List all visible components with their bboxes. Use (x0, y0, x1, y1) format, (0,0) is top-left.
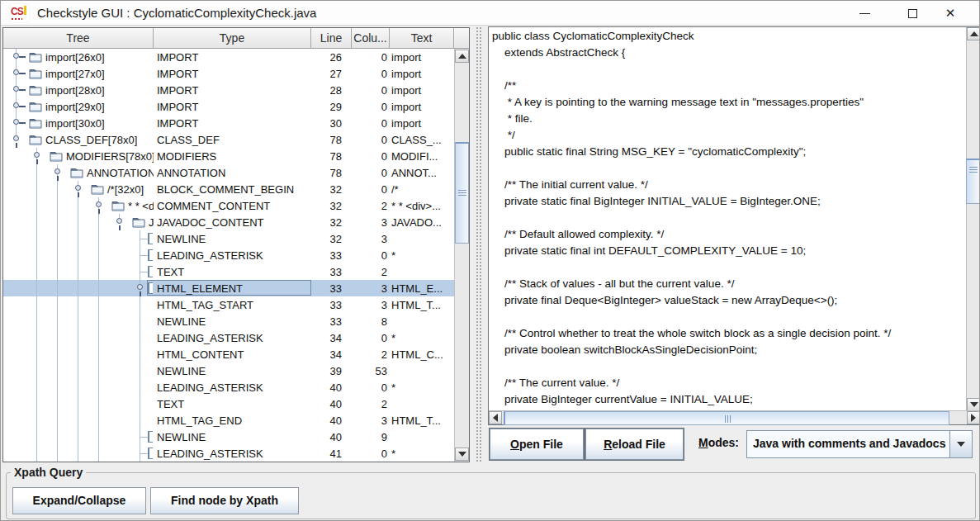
type-cell: NEWLINE (157, 365, 311, 377)
minimize-button[interactable] (845, 1, 883, 26)
tree-table-row[interactable]: MODIFIERS[78x0]MODIFIERS780MODIFI... (3, 148, 454, 164)
tree-table-row[interactable]: CLASS_DEF[78x0]CLASS_DEF780CLASS_... (3, 131, 454, 148)
tree-expand-handle[interactable] (54, 168, 60, 174)
column-header-tree[interactable]: Tree (3, 28, 154, 49)
column-cell: 0 (352, 68, 390, 80)
tree-table-row[interactable]: LEADING_ASTERISK340* (3, 329, 454, 346)
tree-table-row[interactable]: HTML_TAG_START333HTML_T... (3, 296, 454, 313)
combo-dropdown-button[interactable] (949, 431, 972, 457)
code-vertical-scrollbar[interactable] (966, 27, 980, 411)
tree-table-row[interactable]: LEADING_ASTERISK400* (3, 379, 454, 395)
code-scroll-up-button[interactable] (967, 27, 980, 40)
tree-table-row[interactable]: TEXT332 (3, 263, 454, 280)
tree-node-cell: import[27x0] (3, 65, 154, 82)
tree-table-row[interactable]: ANNOTATION[78x0]ANNOTATION780ANNOT... (3, 164, 454, 181)
tree-table-row[interactable]: JAVADOC_CONTENTJAVADOC_CONTENT323JAVADO.… (3, 214, 454, 230)
tree-scroll-up-button[interactable] (455, 50, 469, 63)
tree-expand-handle[interactable] (75, 185, 81, 191)
tree-table-row[interactable]: NEWLINE409 (3, 429, 454, 445)
tree-expand-handle[interactable] (96, 201, 102, 207)
tree-node-cell: import[26x0] (3, 49, 154, 65)
code-line (490, 210, 967, 226)
maximize-button[interactable] (893, 1, 931, 26)
text-cell: import (391, 117, 454, 130)
source-code-text[interactable]: public class CyclomaticComplexityCheck e… (490, 28, 967, 411)
folder-icon (70, 167, 83, 181)
column-header-line[interactable]: Line (311, 28, 352, 49)
folder-icon (50, 150, 63, 164)
tree-table-row[interactable]: import[26x0]IMPORT260import (3, 49, 454, 65)
tree-expand-handle[interactable] (13, 135, 19, 141)
code-scroll-down-button[interactable] (967, 398, 980, 411)
code-line: /** Default allowed complexity. */ (490, 226, 967, 243)
column-cell: 53 (352, 365, 390, 377)
find-node-by-xpath-button[interactable]: Find node by Xpath (150, 487, 299, 514)
type-cell: IMPORT (157, 101, 311, 113)
tree-table-row[interactable]: NEWLINE3953 (3, 362, 454, 379)
tree-node-cell: ANNOTATION[78x0] (3, 164, 154, 181)
ast-tree-table: TreeTypeLineColu...Text import[26x0]IMPO… (2, 27, 470, 462)
mode-select-combobox[interactable]: Java with comments and Javadocs (746, 430, 973, 458)
column-header-colu[interactable]: Colu... (352, 28, 390, 49)
tree-node-cell: MODIFIERS[78x0] (3, 148, 154, 164)
tree-table-row[interactable]: import[28x0]IMPORT280import (3, 82, 454, 98)
line-cell: 40 (311, 398, 352, 410)
text-cell: * * <div>... (391, 200, 454, 212)
split-pane-divider[interactable] (470, 26, 488, 463)
minimize-icon (859, 13, 870, 14)
code-line: extends AbstractCheck { (490, 45, 967, 61)
tree-table-row[interactable]: /*[32x0]BLOCK_COMMENT_BEGIN320/* (3, 181, 454, 197)
tree-scroll-down-button[interactable] (455, 448, 469, 461)
code-hscrollbar-thumb[interactable] (504, 411, 949, 425)
folder-icon (132, 216, 145, 230)
column-header-type[interactable]: Type (154, 28, 311, 49)
code-line: * A key is pointing to the warning messa… (490, 94, 967, 111)
tree-table-row[interactable]: LEADING_ASTERISK410* (3, 445, 454, 462)
expand-collapse-button[interactable]: Expand/Collapse (12, 487, 146, 514)
tree-table-row[interactable]: import[29x0]IMPORT290import (3, 98, 454, 115)
tree-vertical-scrollbar[interactable] (454, 49, 469, 462)
column-cell: 2 (352, 200, 390, 212)
tree-table-row[interactable]: * * <div>COMMENT_CONTENT322* * <div>... (3, 197, 454, 214)
tree-expand-handle[interactable] (116, 218, 122, 224)
tree-table-row[interactable]: import[27x0]IMPORT270import (3, 65, 454, 82)
code-scroll-right-button[interactable] (967, 411, 980, 424)
reload-file-button[interactable]: Reload File (585, 429, 684, 460)
line-cell: 32 (311, 200, 352, 212)
text-cell: HTML_T... (391, 299, 454, 311)
code-vscrollbar-thumb[interactable] (966, 159, 980, 204)
source-code-viewer: public class CyclomaticComplexityCheck e… (488, 26, 980, 425)
tree-table-row[interactable]: NEWLINE323 (3, 230, 454, 247)
tree-table-row[interactable]: import[30x0]IMPORT300import (3, 115, 454, 131)
tree-table-row[interactable]: HTML_CONTENT342HTML_C... (3, 346, 454, 362)
tree-table-row-selected[interactable]: HTML_ELEMENT333HTML_E... (3, 280, 454, 296)
line-cell: 33 (311, 249, 352, 262)
tree-table-row[interactable]: TEXT402 (3, 395, 454, 412)
tree-expand-handle[interactable] (13, 69, 19, 75)
open-file-button[interactable]: Open File (490, 429, 584, 460)
tree-expand-handle[interactable] (34, 152, 40, 158)
text-cell: HTML_T... (391, 414, 454, 427)
tree-table-row[interactable]: NEWLINE338 (3, 313, 454, 329)
tree-scrollbar-thumb[interactable] (455, 142, 469, 244)
tree-expand-handle[interactable] (13, 53, 19, 59)
modes-label: Modes: (698, 436, 739, 449)
column-cell: 0 (352, 332, 390, 344)
tree-table-row[interactable]: LEADING_ASTERISK330* (3, 247, 454, 263)
tree-expand-handle[interactable] (137, 284, 143, 290)
column-cell: 0 (352, 134, 390, 146)
tree-expand-handle[interactable] (13, 86, 19, 92)
column-header-text[interactable]: Text (390, 28, 454, 49)
type-cell: IMPORT (157, 51, 311, 64)
code-scroll-left-button[interactable] (489, 411, 502, 424)
folder-icon (91, 183, 104, 197)
tree-table-body[interactable]: import[26x0]IMPORT260importimport[27x0]I… (3, 49, 454, 462)
close-button[interactable]: ✕ (931, 1, 969, 26)
tree-expand-handle[interactable] (13, 102, 19, 108)
tree-expand-handle[interactable] (13, 119, 19, 125)
column-cell: 0 (352, 150, 390, 163)
text-cell: import (391, 68, 454, 80)
tree-table-row[interactable]: HTML_TAG_END403HTML_T... (3, 412, 454, 429)
line-cell: 41 (311, 448, 352, 460)
code-horizontal-scrollbar[interactable] (489, 410, 980, 424)
